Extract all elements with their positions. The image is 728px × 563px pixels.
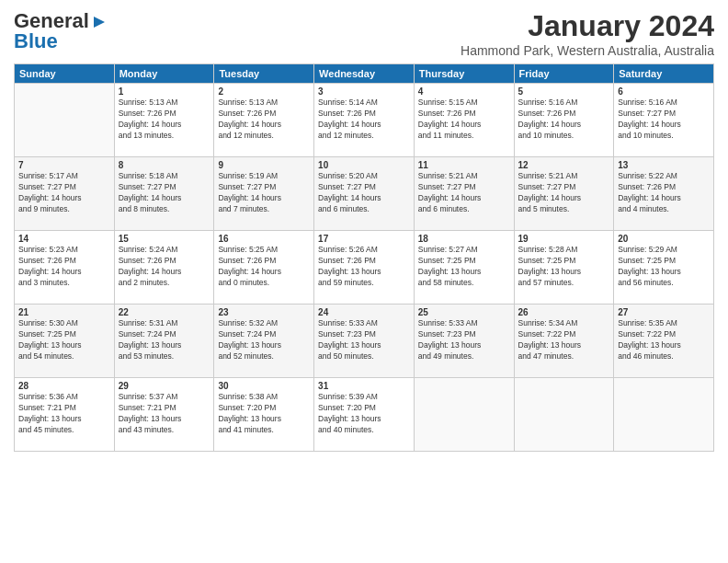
cell-content: Sunrise: 5:17 AM Sunset: 7:27 PM Dayligh… [18,171,110,215]
week-row-3: 21Sunrise: 5:30 AM Sunset: 7:25 PM Dayli… [15,304,714,378]
cell-content: Sunrise: 5:31 AM Sunset: 7:24 PM Dayligh… [119,318,210,362]
calendar-cell: 27Sunrise: 5:35 AM Sunset: 7:22 PM Dayli… [614,304,714,378]
calendar-cell: 21Sunrise: 5:30 AM Sunset: 7:25 PM Dayli… [15,304,115,378]
cell-content: Sunrise: 5:19 AM Sunset: 7:27 PM Dayligh… [218,171,310,215]
col-header-thursday: Thursday [414,64,514,84]
cell-content: Sunrise: 5:33 AM Sunset: 7:23 PM Dayligh… [418,318,510,362]
day-number: 24 [318,307,410,317]
cell-content: Sunrise: 5:37 AM Sunset: 7:21 PM Dayligh… [119,392,210,436]
day-number: 29 [119,381,210,391]
cell-content: Sunrise: 5:27 AM Sunset: 7:25 PM Dayligh… [418,245,510,289]
week-row-1: 7Sunrise: 5:17 AM Sunset: 7:27 PM Daylig… [15,157,714,231]
col-header-monday: Monday [114,64,214,84]
day-number: 4 [418,86,510,97]
logo-blue: Blue [14,29,58,53]
day-number: 9 [218,160,310,170]
calendar-cell: 29Sunrise: 5:37 AM Sunset: 7:21 PM Dayli… [114,378,214,452]
calendar-cell: 1Sunrise: 5:13 AM Sunset: 7:26 PM Daylig… [114,84,214,157]
cell-content: Sunrise: 5:14 AM Sunset: 7:26 PM Dayligh… [318,98,410,142]
calendar-cell: 25Sunrise: 5:33 AM Sunset: 7:23 PM Dayli… [414,304,514,378]
calendar-cell: 14Sunrise: 5:23 AM Sunset: 7:26 PM Dayli… [15,231,115,304]
day-number: 12 [518,160,610,170]
header: General Blue January 2024 Hammond Park, … [14,9,714,58]
header-row: SundayMondayTuesdayWednesdayThursdayFrid… [15,64,714,84]
page: General Blue January 2024 Hammond Park, … [0,0,728,563]
calendar-cell: 26Sunrise: 5:34 AM Sunset: 7:22 PM Dayli… [514,304,614,378]
cell-content: Sunrise: 5:26 AM Sunset: 7:26 PM Dayligh… [318,245,410,289]
day-number: 2 [218,86,310,97]
calendar-cell: 30Sunrise: 5:38 AM Sunset: 7:20 PM Dayli… [214,378,314,452]
calendar-cell: 19Sunrise: 5:28 AM Sunset: 7:25 PM Dayli… [514,231,614,304]
cell-content: Sunrise: 5:18 AM Sunset: 7:27 PM Dayligh… [119,171,210,215]
cell-content: Sunrise: 5:33 AM Sunset: 7:23 PM Dayligh… [318,318,410,362]
cell-content: Sunrise: 5:21 AM Sunset: 7:27 PM Dayligh… [518,171,610,215]
calendar-cell: 6Sunrise: 5:16 AM Sunset: 7:27 PM Daylig… [614,84,714,157]
logo: General Blue [14,9,107,53]
calendar-cell: 5Sunrise: 5:16 AM Sunset: 7:26 PM Daylig… [514,84,614,157]
day-number: 18 [418,234,510,244]
day-number: 8 [119,160,210,170]
cell-content: Sunrise: 5:34 AM Sunset: 7:22 PM Dayligh… [518,318,610,362]
col-header-wednesday: Wednesday [314,64,415,84]
calendar-cell: 24Sunrise: 5:33 AM Sunset: 7:23 PM Dayli… [314,304,415,378]
month-title: January 2024 [461,9,714,43]
calendar-cell: 23Sunrise: 5:32 AM Sunset: 7:24 PM Dayli… [214,304,314,378]
calendar-cell: 18Sunrise: 5:27 AM Sunset: 7:25 PM Dayli… [414,231,514,304]
day-number: 20 [618,234,710,244]
week-row-0: 1Sunrise: 5:13 AM Sunset: 7:26 PM Daylig… [15,84,714,157]
calendar-cell: 15Sunrise: 5:24 AM Sunset: 7:26 PM Dayli… [114,231,214,304]
cell-content: Sunrise: 5:38 AM Sunset: 7:20 PM Dayligh… [218,392,310,436]
cell-content: Sunrise: 5:25 AM Sunset: 7:26 PM Dayligh… [218,245,310,289]
calendar-cell: 31Sunrise: 5:39 AM Sunset: 7:20 PM Dayli… [314,378,415,452]
cell-content: Sunrise: 5:36 AM Sunset: 7:21 PM Dayligh… [18,392,110,436]
cell-content: Sunrise: 5:39 AM Sunset: 7:20 PM Dayligh… [318,392,410,436]
cell-content: Sunrise: 5:29 AM Sunset: 7:25 PM Dayligh… [618,245,710,289]
day-number: 21 [18,307,110,317]
logo-arrow-icon [92,15,107,29]
day-number: 30 [218,381,310,391]
calendar-cell: 28Sunrise: 5:36 AM Sunset: 7:21 PM Dayli… [15,378,115,452]
cell-content: Sunrise: 5:15 AM Sunset: 7:26 PM Dayligh… [418,98,510,142]
col-header-saturday: Saturday [614,64,714,84]
title-area: January 2024 Hammond Park, Western Austr… [461,9,714,58]
day-number: 1 [119,86,210,97]
day-number: 10 [318,160,410,170]
cell-content: Sunrise: 5:23 AM Sunset: 7:26 PM Dayligh… [18,245,110,289]
day-number: 6 [618,86,710,97]
calendar-cell: 8Sunrise: 5:18 AM Sunset: 7:27 PM Daylig… [114,157,214,231]
day-number: 17 [318,234,410,244]
cell-content: Sunrise: 5:28 AM Sunset: 7:25 PM Dayligh… [518,245,610,289]
calendar-cell: 22Sunrise: 5:31 AM Sunset: 7:24 PM Dayli… [114,304,214,378]
day-number: 7 [18,160,110,170]
week-row-4: 28Sunrise: 5:36 AM Sunset: 7:21 PM Dayli… [15,378,714,452]
day-number: 16 [218,234,310,244]
calendar-cell: 12Sunrise: 5:21 AM Sunset: 7:27 PM Dayli… [514,157,614,231]
cell-content: Sunrise: 5:24 AM Sunset: 7:26 PM Dayligh… [119,245,210,289]
cell-content: Sunrise: 5:13 AM Sunset: 7:26 PM Dayligh… [218,98,310,142]
cell-content: Sunrise: 5:32 AM Sunset: 7:24 PM Dayligh… [218,318,310,362]
day-number: 23 [218,307,310,317]
cell-content: Sunrise: 5:13 AM Sunset: 7:26 PM Dayligh… [119,98,210,142]
cell-content: Sunrise: 5:30 AM Sunset: 7:25 PM Dayligh… [18,318,110,362]
day-number: 14 [18,234,110,244]
day-number: 3 [318,86,410,97]
calendar-cell: 13Sunrise: 5:22 AM Sunset: 7:26 PM Dayli… [614,157,714,231]
day-number: 11 [418,160,510,170]
calendar-cell: 20Sunrise: 5:29 AM Sunset: 7:25 PM Dayli… [614,231,714,304]
cell-content: Sunrise: 5:16 AM Sunset: 7:27 PM Dayligh… [618,98,710,142]
day-number: 28 [18,381,110,391]
calendar-cell [414,378,514,452]
cell-content: Sunrise: 5:21 AM Sunset: 7:27 PM Dayligh… [418,171,510,215]
day-number: 27 [618,307,710,317]
day-number: 26 [518,307,610,317]
day-number: 5 [518,86,610,97]
cell-content: Sunrise: 5:16 AM Sunset: 7:26 PM Dayligh… [518,98,610,142]
col-header-tuesday: Tuesday [214,64,314,84]
day-number: 25 [418,307,510,317]
calendar-cell: 2Sunrise: 5:13 AM Sunset: 7:26 PM Daylig… [214,84,314,157]
cell-content: Sunrise: 5:35 AM Sunset: 7:22 PM Dayligh… [618,318,710,362]
day-number: 15 [119,234,210,244]
day-number: 19 [518,234,610,244]
svg-marker-0 [94,17,105,28]
calendar-cell: 4Sunrise: 5:15 AM Sunset: 7:26 PM Daylig… [414,84,514,157]
